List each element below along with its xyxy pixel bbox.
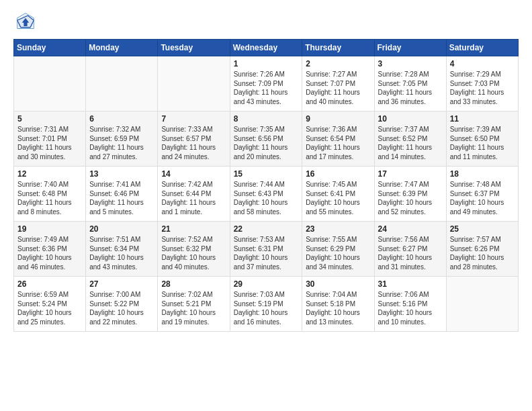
day-info: Sunrise: 7:26 AM Sunset: 7:09 PM Dayligh… bbox=[234, 70, 299, 106]
day-info: Sunrise: 7:52 AM Sunset: 6:32 PM Dayligh… bbox=[161, 235, 226, 271]
calendar-cell: 6Sunrise: 7:32 AM Sunset: 6:59 PM Daylig… bbox=[86, 111, 158, 167]
day-number: 6 bbox=[89, 114, 154, 124]
day-info: Sunrise: 7:02 AM Sunset: 5:21 PM Dayligh… bbox=[161, 290, 226, 326]
day-number: 11 bbox=[450, 114, 515, 124]
day-info: Sunrise: 7:41 AM Sunset: 6:46 PM Dayligh… bbox=[89, 180, 154, 216]
calendar-cell: 14Sunrise: 7:42 AM Sunset: 6:44 PM Dayli… bbox=[158, 167, 230, 222]
calendar-cell bbox=[86, 56, 158, 111]
day-number: 21 bbox=[161, 224, 226, 234]
day-number: 30 bbox=[306, 279, 370, 289]
calendar-cell: 30Sunrise: 7:04 AM Sunset: 5:18 PM Dayli… bbox=[302, 277, 374, 332]
calendar-cell: 23Sunrise: 7:55 AM Sunset: 6:29 PM Dayli… bbox=[302, 222, 374, 277]
day-info: Sunrise: 7:33 AM Sunset: 6:57 PM Dayligh… bbox=[161, 125, 226, 161]
day-number: 25 bbox=[450, 224, 515, 234]
day-number: 7 bbox=[161, 114, 226, 124]
day-info: Sunrise: 7:47 AM Sunset: 6:39 PM Dayligh… bbox=[378, 180, 443, 216]
calendar-cell: 12Sunrise: 7:40 AM Sunset: 6:48 PM Dayli… bbox=[14, 167, 86, 222]
day-number: 19 bbox=[17, 224, 82, 234]
day-number: 27 bbox=[89, 279, 154, 289]
calendar-cell: 25Sunrise: 7:57 AM Sunset: 6:26 PM Dayli… bbox=[446, 222, 518, 277]
calendar-cell: 2Sunrise: 7:27 AM Sunset: 7:07 PM Daylig… bbox=[302, 56, 374, 111]
calendar-cell bbox=[158, 56, 230, 111]
day-number: 23 bbox=[306, 224, 370, 234]
day-info: Sunrise: 7:03 AM Sunset: 5:19 PM Dayligh… bbox=[234, 290, 299, 326]
day-number: 8 bbox=[234, 114, 299, 124]
calendar-cell: 18Sunrise: 7:48 AM Sunset: 6:37 PM Dayli… bbox=[446, 167, 518, 222]
day-info: Sunrise: 7:31 AM Sunset: 7:01 PM Dayligh… bbox=[17, 125, 82, 161]
day-info: Sunrise: 7:04 AM Sunset: 5:18 PM Dayligh… bbox=[306, 290, 370, 326]
day-info: Sunrise: 7:45 AM Sunset: 6:41 PM Dayligh… bbox=[306, 180, 370, 216]
day-info: Sunrise: 7:53 AM Sunset: 6:31 PM Dayligh… bbox=[234, 235, 299, 271]
day-number: 2 bbox=[306, 59, 370, 68]
logo-icon bbox=[16, 12, 35, 31]
calendar-cell: 21Sunrise: 7:52 AM Sunset: 6:32 PM Dayli… bbox=[158, 222, 230, 277]
calendar-cell: 11Sunrise: 7:39 AM Sunset: 6:50 PM Dayli… bbox=[446, 111, 518, 167]
calendar-cell: 10Sunrise: 7:37 AM Sunset: 6:52 PM Dayli… bbox=[374, 111, 446, 167]
calendar-cell: 19Sunrise: 7:49 AM Sunset: 6:36 PM Dayli… bbox=[14, 222, 86, 277]
day-number: 5 bbox=[17, 114, 82, 124]
calendar: SundayMondayTuesdayWednesdayThursdayFrid… bbox=[13, 39, 519, 332]
day-info: Sunrise: 7:57 AM Sunset: 6:26 PM Dayligh… bbox=[450, 235, 515, 271]
weekday-header: Monday bbox=[86, 40, 158, 56]
day-info: Sunrise: 7:00 AM Sunset: 5:22 PM Dayligh… bbox=[89, 290, 154, 326]
calendar-cell: 20Sunrise: 7:51 AM Sunset: 6:34 PM Dayli… bbox=[86, 222, 158, 277]
day-info: Sunrise: 7:56 AM Sunset: 6:27 PM Dayligh… bbox=[378, 235, 443, 271]
calendar-cell: 13Sunrise: 7:41 AM Sunset: 6:46 PM Dayli… bbox=[86, 167, 158, 222]
calendar-cell: 31Sunrise: 7:06 AM Sunset: 5:16 PM Dayli… bbox=[374, 277, 446, 332]
page: SundayMondayTuesdayWednesdayThursdayFrid… bbox=[0, 0, 532, 340]
day-number: 17 bbox=[378, 169, 443, 179]
day-info: Sunrise: 7:42 AM Sunset: 6:44 PM Dayligh… bbox=[161, 180, 226, 216]
day-info: Sunrise: 7:44 AM Sunset: 6:43 PM Dayligh… bbox=[234, 180, 299, 216]
day-info: Sunrise: 6:59 AM Sunset: 5:24 PM Dayligh… bbox=[17, 290, 82, 326]
day-number: 13 bbox=[89, 169, 154, 179]
day-info: Sunrise: 7:32 AM Sunset: 6:59 PM Dayligh… bbox=[89, 125, 154, 161]
day-info: Sunrise: 7:39 AM Sunset: 6:50 PM Dayligh… bbox=[450, 125, 515, 161]
day-number: 14 bbox=[161, 169, 226, 179]
day-number: 10 bbox=[378, 114, 443, 124]
day-info: Sunrise: 7:37 AM Sunset: 6:52 PM Dayligh… bbox=[378, 125, 443, 161]
day-number: 18 bbox=[450, 169, 515, 179]
day-number: 26 bbox=[17, 279, 82, 289]
day-info: Sunrise: 7:51 AM Sunset: 6:34 PM Dayligh… bbox=[89, 235, 154, 271]
header bbox=[13, 12, 519, 31]
calendar-cell: 28Sunrise: 7:02 AM Sunset: 5:21 PM Dayli… bbox=[158, 277, 230, 332]
day-number: 1 bbox=[234, 59, 299, 68]
day-number: 20 bbox=[89, 224, 154, 234]
calendar-cell: 27Sunrise: 7:00 AM Sunset: 5:22 PM Dayli… bbox=[86, 277, 158, 332]
calendar-cell: 1Sunrise: 7:26 AM Sunset: 7:09 PM Daylig… bbox=[230, 56, 302, 111]
weekday-header: Friday bbox=[374, 40, 446, 56]
calendar-cell: 16Sunrise: 7:45 AM Sunset: 6:41 PM Dayli… bbox=[302, 167, 374, 222]
calendar-cell: 5Sunrise: 7:31 AM Sunset: 7:01 PM Daylig… bbox=[14, 111, 86, 167]
weekday-header: Wednesday bbox=[230, 40, 302, 56]
day-number: 22 bbox=[234, 224, 299, 234]
day-info: Sunrise: 7:36 AM Sunset: 6:54 PM Dayligh… bbox=[306, 125, 370, 161]
logo bbox=[13, 12, 35, 31]
weekday-header: Sunday bbox=[14, 40, 86, 56]
day-info: Sunrise: 7:48 AM Sunset: 6:37 PM Dayligh… bbox=[450, 180, 515, 216]
day-number: 29 bbox=[234, 279, 299, 289]
weekday-header: Thursday bbox=[302, 40, 374, 56]
calendar-week-row: 19Sunrise: 7:49 AM Sunset: 6:36 PM Dayli… bbox=[14, 222, 519, 277]
calendar-cell bbox=[14, 56, 86, 111]
day-number: 28 bbox=[161, 279, 226, 289]
day-number: 16 bbox=[306, 169, 370, 179]
day-number: 9 bbox=[306, 114, 370, 124]
day-number: 31 bbox=[378, 279, 443, 289]
calendar-cell: 8Sunrise: 7:35 AM Sunset: 6:56 PM Daylig… bbox=[230, 111, 302, 167]
calendar-week-row: 5Sunrise: 7:31 AM Sunset: 7:01 PM Daylig… bbox=[14, 111, 519, 167]
day-number: 12 bbox=[17, 169, 82, 179]
day-info: Sunrise: 7:29 AM Sunset: 7:03 PM Dayligh… bbox=[450, 70, 515, 106]
calendar-cell: 4Sunrise: 7:29 AM Sunset: 7:03 PM Daylig… bbox=[446, 56, 518, 111]
calendar-cell bbox=[446, 277, 518, 332]
day-number: 3 bbox=[378, 59, 443, 68]
weekday-header: Tuesday bbox=[158, 40, 230, 56]
calendar-cell: 24Sunrise: 7:56 AM Sunset: 6:27 PM Dayli… bbox=[374, 222, 446, 277]
day-number: 24 bbox=[378, 224, 443, 234]
calendar-cell: 3Sunrise: 7:28 AM Sunset: 7:05 PM Daylig… bbox=[374, 56, 446, 111]
calendar-cell: 26Sunrise: 6:59 AM Sunset: 5:24 PM Dayli… bbox=[14, 277, 86, 332]
calendar-cell: 7Sunrise: 7:33 AM Sunset: 6:57 PM Daylig… bbox=[158, 111, 230, 167]
day-number: 4 bbox=[450, 59, 515, 68]
calendar-cell: 29Sunrise: 7:03 AM Sunset: 5:19 PM Dayli… bbox=[230, 277, 302, 332]
day-number: 15 bbox=[234, 169, 299, 179]
calendar-cell: 9Sunrise: 7:36 AM Sunset: 6:54 PM Daylig… bbox=[302, 111, 374, 167]
